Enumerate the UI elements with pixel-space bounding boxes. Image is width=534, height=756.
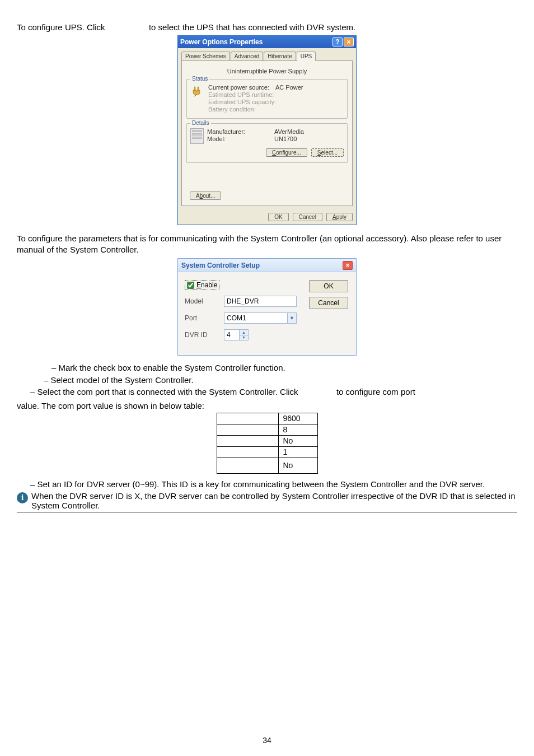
ups-heading: Uninterruptible Power Supply: [186, 68, 348, 74]
bullet-dvrid: – Set an ID for DVR server (0~99). This …: [30, 479, 517, 489]
details-legend: Details: [190, 120, 211, 126]
ups-device-icon: [190, 128, 204, 144]
status-fieldset: Status Current power source:AC Power Est…: [186, 79, 348, 119]
info-note: i When the DVR server ID is X, the DVR s…: [17, 491, 517, 512]
select-button[interactable]: Select...: [311, 148, 344, 157]
bullet-port: – Select the com port that is connected …: [30, 386, 517, 398]
text: To configure UPS. Click: [17, 22, 105, 32]
tab-power-schemes[interactable]: Power Schemes: [181, 52, 230, 61]
port-value: COM1: [227, 314, 246, 322]
port-combo[interactable]: COM1 ▼: [224, 312, 297, 324]
system-controller-dialog: System Controller Setup × OK Cancel Enab…: [177, 258, 357, 356]
sc-title: System Controller Setup: [181, 259, 260, 272]
status-capacity: Estimated UPS capacity:: [208, 99, 303, 105]
details-fieldset: Details Manufacturer:AVerMedia Model:UN1…: [186, 123, 348, 163]
tabs: Power Schemes Advanced Hibernate UPS: [181, 52, 353, 61]
details-mf-value: AVerMedia: [274, 128, 304, 135]
parity-value: No: [278, 435, 317, 446]
spinner-up-icon[interactable]: ▲: [240, 330, 248, 335]
help-icon[interactable]: ?: [332, 38, 343, 46]
tab-ups[interactable]: UPS: [297, 52, 316, 61]
dvrid-input[interactable]: [224, 330, 239, 340]
dvrid-stepper[interactable]: ▲ ▼: [224, 329, 249, 340]
close-icon[interactable]: ×: [343, 261, 353, 270]
tab-panel-ups: Uninterruptible Power Supply Status Curr…: [181, 60, 353, 206]
baud-value: 9600: [278, 413, 317, 424]
dvrid-label: DVR ID: [185, 331, 224, 339]
status-battery: Battery condition:: [208, 106, 303, 113]
ok-button[interactable]: OK: [309, 280, 348, 292]
apply-button[interactable]: Apply: [326, 213, 353, 221]
close-icon[interactable]: ×: [344, 38, 354, 46]
model-field[interactable]: [224, 296, 297, 307]
cancel-button[interactable]: Cancel: [293, 213, 322, 221]
dialog-title: Power Options Properties: [180, 36, 263, 48]
model-label: Model: [185, 297, 224, 305]
status-legend: Status: [190, 76, 209, 82]
plug-icon: [190, 84, 205, 99]
enable-checkbox-input[interactable]: [187, 282, 194, 289]
cancel-button[interactable]: Cancel: [309, 297, 348, 309]
note-text: When the DVR server ID is X, the DVR ser…: [31, 491, 517, 510]
stopbits-value: 1: [278, 446, 317, 458]
text: to select the UPS that has connected wit…: [149, 22, 355, 32]
titlebar: Power Options Properties ? ×: [178, 36, 356, 48]
info-icon: i: [17, 492, 28, 503]
dialog-button-row: OK Cancel Apply: [178, 209, 356, 225]
com-port-table: 9600 8 No 1 No: [217, 413, 318, 474]
status-current-source-value: AC Power: [275, 84, 303, 91]
details-model-label: Model:: [207, 136, 274, 142]
sc-titlebar: System Controller Setup ×: [178, 259, 356, 272]
status-runtime: Estimated UPS runtime:: [208, 91, 303, 98]
bullet-port-cont: value. The com port value is shown in be…: [17, 401, 517, 410]
paragraph-system-controller: To configure the parameters that is for …: [17, 233, 517, 255]
bullet-model: – Select model of the System Controller.: [44, 375, 517, 386]
table-row: 9600: [217, 413, 317, 424]
intro-line-1: To configure UPS. Click to select the UP…: [17, 22, 517, 32]
tab-advanced[interactable]: Advanced: [231, 52, 263, 61]
chevron-down-icon[interactable]: ▼: [287, 313, 296, 323]
about-button[interactable]: About...: [190, 192, 221, 200]
tab-hibernate[interactable]: Hibernate: [264, 52, 296, 61]
databits-value: 8: [278, 424, 317, 435]
enable-checkbox[interactable]: Enable: [185, 280, 219, 290]
details-mf-label: Manufacturer:: [207, 128, 274, 135]
table-row: 8: [217, 424, 317, 435]
port-label: Port: [185, 314, 224, 322]
spinner-down-icon[interactable]: ▼: [240, 335, 248, 340]
table-row: 1: [217, 446, 317, 458]
flowcontrol-value: No: [278, 458, 317, 473]
ok-button[interactable]: OK: [268, 213, 288, 221]
page-number: 34: [0, 736, 534, 745]
bullet-enable: – Mark the check box to enable the Syste…: [51, 362, 517, 374]
configure-button[interactable]: Configure...: [266, 148, 307, 157]
details-model-value: UN1700: [274, 136, 297, 142]
table-row: No: [217, 458, 317, 473]
status-current-source-label: Current power source:: [208, 84, 275, 91]
power-options-dialog: Power Options Properties ? × Power Schem…: [177, 35, 357, 225]
table-row: No: [217, 435, 317, 446]
